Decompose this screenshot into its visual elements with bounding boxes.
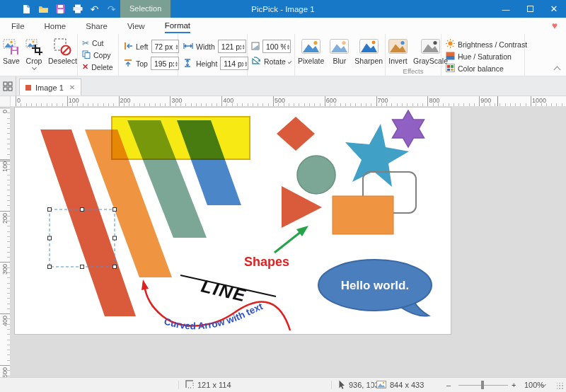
tab-close-icon[interactable]: ✕ — [69, 83, 75, 91]
grayscale-icon — [421, 37, 440, 56]
zoom-input[interactable] — [263, 42, 286, 51]
menu-home[interactable]: Home — [45, 19, 67, 33]
v-ruler-label: 100 — [1, 161, 8, 172]
h-ruler-label: 400 — [223, 97, 233, 104]
width-spinner-arrows[interactable]: ▲▼ — [242, 44, 246, 50]
effects-group-label: Effects — [386, 67, 441, 76]
speech-bubble-text: Hello world. — [341, 279, 409, 292]
rotate-icon — [251, 57, 261, 67]
new-file-icon[interactable] — [21, 4, 32, 15]
width-input[interactable] — [219, 42, 241, 51]
selection-size-status: 121 x 114 — [185, 378, 231, 392]
maximize-button[interactable] — [518, 0, 542, 18]
menu-share[interactable]: Share — [86, 19, 108, 33]
window-layout-icon[interactable] — [0, 76, 16, 96]
undo-icon[interactable]: ↶ — [89, 4, 100, 15]
h-ruler-labels: 01002003004005006007008009001000 — [11, 96, 566, 107]
left-position-icon — [124, 42, 133, 52]
shapes-label: Shapes — [244, 255, 289, 269]
ribbon-collapse-icon[interactable] — [554, 67, 561, 74]
rotate-button[interactable]: Rotate — [251, 57, 291, 67]
cut-icon: ✂ — [82, 38, 89, 48]
document-tab-strip: Image 1 ✕ — [0, 76, 566, 96]
circle-shape — [297, 156, 335, 194]
width-spinbox: ▲▼ — [218, 40, 246, 53]
rotate-dropdown-icon[interactable] — [288, 60, 292, 64]
sharpen-icon — [359, 37, 379, 56]
h-ruler-label: 900 — [480, 97, 491, 104]
h-ruler-label: 100 — [69, 97, 79, 104]
delete-button[interactable]: ✕ Delete — [82, 62, 114, 72]
editor-area: 01002003004005006007008009001000 0100200… — [0, 96, 566, 377]
left-label: Left — [136, 42, 149, 51]
invert-button[interactable]: Invert — [386, 35, 410, 67]
menu-view[interactable]: View — [127, 19, 145, 33]
minimize-button[interactable]: ― — [494, 0, 518, 18]
height-icon — [183, 59, 193, 69]
sharpen-button[interactable]: Sharpen — [352, 35, 386, 67]
hue-saturation-icon — [446, 52, 455, 62]
top-input[interactable] — [151, 59, 174, 68]
color-balance-button[interactable]: Color balance — [446, 63, 520, 74]
top-spinbox: ▲▼ — [151, 57, 179, 70]
heart-icon[interactable]: ♥ — [552, 20, 558, 31]
ribbon-group-adjust: Brightness / Contrast Hue / Saturation C… — [441, 34, 525, 76]
copy-button[interactable]: Copy — [82, 50, 114, 60]
orange-rectangle — [333, 196, 393, 234]
crop-icon — [25, 37, 42, 56]
menu-file[interactable]: File — [11, 19, 25, 33]
top-position-icon — [124, 59, 133, 69]
curved-arrow-text: Curved Arrow with text — [163, 301, 265, 331]
copy-icon — [82, 50, 91, 60]
menu-bar: File Home Share View Format ♥ — [0, 18, 566, 34]
zoom-slider-handle[interactable] — [481, 381, 484, 389]
blur-button[interactable]: Blur — [327, 35, 352, 67]
pixelate-icon — [301, 37, 320, 56]
open-folder-icon[interactable] — [38, 4, 49, 15]
line-label: LINE — [200, 276, 249, 306]
zoom-spinner-arrows[interactable]: ▲▼ — [287, 44, 290, 50]
zoom-in-button[interactable]: + — [512, 378, 516, 392]
crop-button[interactable]: Crop — [23, 35, 45, 69]
ribbon-group-position: Left ▲▼ Top ▲▼ — [119, 34, 178, 76]
save-button[interactable]: Save — [0, 35, 23, 69]
v-ruler-label: 300 — [1, 264, 8, 275]
cursor-icon — [338, 380, 345, 391]
ribbon-group-filters: Pixelate Blur Sharpen — [295, 34, 386, 76]
image-canvas[interactable]: Shapes LINE Curved Arrow with text Hello… — [15, 108, 451, 334]
zoom-dropdown-icon[interactable] — [542, 377, 545, 391]
tab-image-1[interactable]: Image 1 ✕ — [19, 79, 81, 96]
hue-saturation-button[interactable]: Hue / Saturation — [446, 51, 520, 62]
print-icon[interactable] — [72, 4, 83, 15]
zoom-out-button[interactable]: – — [446, 378, 451, 392]
left-input[interactable] — [152, 42, 175, 51]
capture-mode-badge: Selection — [120, 0, 171, 18]
close-button[interactable]: ✕ — [542, 0, 566, 18]
pixelate-button[interactable]: Pixelate — [295, 35, 327, 67]
tab-modified-indicator — [25, 85, 31, 91]
v-ruler-label: 400 — [1, 316, 8, 326]
ribbon: Save Crop Deselect — [0, 34, 566, 76]
deselect-button[interactable]: Deselect — [45, 35, 80, 69]
ribbon-group-zoom-rotate: ▲▼ Rotate — [248, 34, 295, 76]
v-ruler-label: 200 — [1, 213, 8, 224]
height-spinbox: ▲▼ — [220, 57, 248, 70]
brightness-contrast-button[interactable]: Brightness / Contrast — [446, 39, 520, 50]
zoom-spinbox: ▲▼ — [262, 40, 291, 53]
deselect-icon — [53, 37, 71, 56]
yellow-rectangle — [112, 117, 250, 159]
save-icon[interactable] — [55, 4, 66, 15]
ribbon-group-size: Width ▲▼ Height ▲▼ — [178, 34, 248, 76]
cut-button[interactable]: ✂ Cut — [82, 38, 114, 48]
invert-icon — [388, 37, 408, 56]
canvas-viewport[interactable]: Shapes LINE Curved Arrow with text Hello… — [11, 107, 566, 377]
redo-icon[interactable]: ↷ — [106, 4, 117, 15]
height-input[interactable] — [221, 59, 243, 68]
menu-format[interactable]: Format — [165, 18, 190, 33]
v-ruler-labels: 0100200300400500 — [0, 107, 11, 377]
cursor-position-status: 936, 103 — [338, 378, 379, 392]
blur-icon — [330, 37, 349, 56]
left-spinbox: ▲▼ — [151, 40, 180, 53]
h-ruler-label: 800 — [429, 97, 439, 104]
resize-grip[interactable] — [557, 383, 564, 390]
